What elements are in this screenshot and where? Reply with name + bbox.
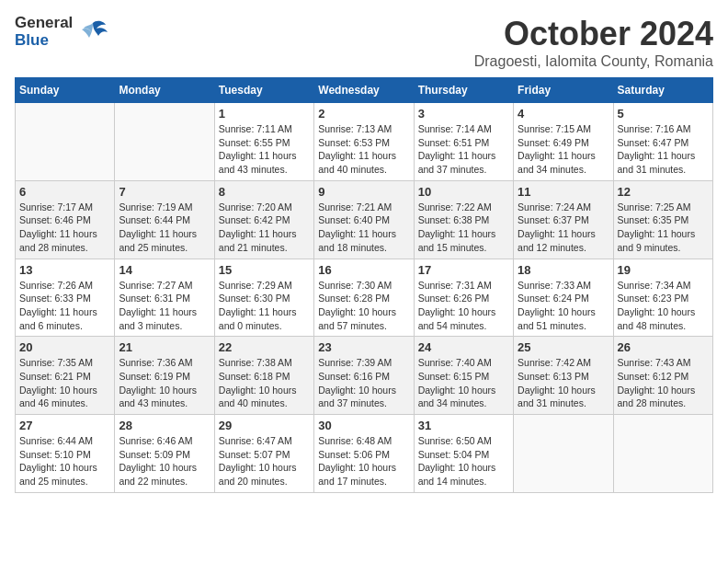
day-info: Sunrise: 7:36 AM Sunset: 6:19 PM Dayligh… — [119, 356, 210, 410]
weekday-header: Wednesday — [314, 78, 414, 103]
calendar-row: 20Sunrise: 7:35 AM Sunset: 6:21 PM Dayli… — [16, 337, 713, 415]
calendar-cell: 17Sunrise: 7:31 AM Sunset: 6:26 PM Dayli… — [414, 259, 513, 337]
day-number: 27 — [19, 419, 110, 432]
day-number: 30 — [318, 419, 409, 432]
day-info: Sunrise: 7:31 AM Sunset: 6:26 PM Dayligh… — [418, 279, 509, 333]
day-number: 2 — [318, 107, 409, 121]
calendar-cell: 6Sunrise: 7:17 AM Sunset: 6:46 PM Daylig… — [16, 180, 115, 259]
calendar-cell: 3Sunrise: 7:14 AM Sunset: 6:51 PM Daylig… — [414, 103, 513, 181]
calendar-cell: 31Sunrise: 6:50 AM Sunset: 5:04 PM Dayli… — [414, 415, 513, 493]
day-number: 19 — [618, 263, 709, 277]
logo-general: General — [15, 15, 73, 32]
calendar-cell: 16Sunrise: 7:30 AM Sunset: 6:28 PM Dayli… — [314, 259, 414, 337]
day-number: 17 — [418, 263, 509, 277]
calendar-cell: 15Sunrise: 7:29 AM Sunset: 6:30 PM Dayli… — [214, 259, 313, 337]
day-info: Sunrise: 7:43 AM Sunset: 6:12 PM Dayligh… — [618, 356, 709, 410]
calendar-cell: 8Sunrise: 7:20 AM Sunset: 6:42 PM Daylig… — [214, 180, 313, 259]
calendar-cell: 24Sunrise: 7:40 AM Sunset: 6:15 PM Dayli… — [414, 337, 513, 415]
day-info: Sunrise: 7:30 AM Sunset: 6:28 PM Dayligh… — [318, 279, 409, 333]
day-info: Sunrise: 7:27 AM Sunset: 6:31 PM Dayligh… — [119, 279, 210, 333]
calendar-cell: 5Sunrise: 7:16 AM Sunset: 6:47 PM Daylig… — [613, 103, 712, 181]
calendar-cell: 30Sunrise: 6:48 AM Sunset: 5:06 PM Dayli… — [314, 415, 414, 493]
calendar-cell: 23Sunrise: 7:39 AM Sunset: 6:16 PM Dayli… — [314, 337, 414, 415]
day-number: 5 — [618, 107, 709, 121]
day-number: 4 — [518, 107, 609, 121]
month-title: October 2024 — [474, 15, 713, 53]
day-info: Sunrise: 7:35 AM Sunset: 6:21 PM Dayligh… — [19, 356, 110, 410]
day-number: 8 — [219, 185, 310, 199]
calendar-cell — [16, 103, 115, 181]
day-number: 31 — [418, 419, 509, 432]
calendar-cell: 9Sunrise: 7:21 AM Sunset: 6:40 PM Daylig… — [314, 180, 414, 259]
calendar-cell — [514, 415, 613, 493]
day-number: 15 — [219, 263, 310, 277]
day-info: Sunrise: 7:34 AM Sunset: 6:23 PM Dayligh… — [618, 279, 709, 333]
day-info: Sunrise: 7:11 AM Sunset: 6:55 PM Dayligh… — [219, 122, 310, 177]
calendar-row: 1Sunrise: 7:11 AM Sunset: 6:55 PM Daylig… — [16, 103, 713, 181]
calendar-cell: 7Sunrise: 7:19 AM Sunset: 6:44 PM Daylig… — [115, 180, 214, 259]
day-number: 11 — [518, 185, 609, 199]
day-info: Sunrise: 7:39 AM Sunset: 6:16 PM Dayligh… — [318, 356, 409, 410]
weekday-header: Sunday — [16, 78, 115, 103]
day-info: Sunrise: 6:50 AM Sunset: 5:04 PM Dayligh… — [418, 434, 509, 488]
day-info: Sunrise: 6:46 AM Sunset: 5:09 PM Dayligh… — [119, 434, 210, 488]
day-number: 3 — [418, 107, 509, 121]
calendar-cell: 14Sunrise: 7:27 AM Sunset: 6:31 PM Dayli… — [115, 259, 214, 337]
calendar-cell: 2Sunrise: 7:13 AM Sunset: 6:53 PM Daylig… — [314, 103, 414, 181]
calendar-cell: 10Sunrise: 7:22 AM Sunset: 6:38 PM Dayli… — [414, 180, 513, 259]
day-number: 1 — [219, 107, 310, 121]
calendar-cell — [115, 103, 214, 181]
day-info: Sunrise: 7:21 AM Sunset: 6:40 PM Dayligh… — [318, 201, 409, 255]
day-number: 6 — [19, 185, 110, 199]
calendar-cell: 19Sunrise: 7:34 AM Sunset: 6:23 PM Dayli… — [613, 259, 712, 337]
day-info: Sunrise: 7:14 AM Sunset: 6:51 PM Dayligh… — [418, 122, 509, 177]
day-number: 24 — [418, 340, 509, 354]
day-number: 9 — [318, 185, 409, 199]
day-info: Sunrise: 7:24 AM Sunset: 6:37 PM Dayligh… — [518, 201, 609, 255]
calendar-cell: 18Sunrise: 7:33 AM Sunset: 6:24 PM Dayli… — [514, 259, 613, 337]
day-info: Sunrise: 6:44 AM Sunset: 5:10 PM Dayligh… — [19, 434, 110, 488]
day-number: 7 — [119, 185, 210, 199]
day-info: Sunrise: 7:40 AM Sunset: 6:15 PM Dayligh… — [418, 356, 509, 410]
calendar-cell: 20Sunrise: 7:35 AM Sunset: 6:21 PM Dayli… — [16, 337, 115, 415]
day-number: 18 — [518, 263, 609, 277]
day-number: 20 — [19, 340, 110, 354]
weekday-header: Monday — [115, 78, 214, 103]
day-number: 23 — [318, 340, 409, 354]
day-number: 12 — [618, 185, 709, 199]
day-number: 13 — [19, 263, 110, 277]
day-info: Sunrise: 7:38 AM Sunset: 6:18 PM Dayligh… — [219, 356, 310, 410]
calendar-header-row: SundayMondayTuesdayWednesdayThursdayFrid… — [16, 78, 713, 103]
day-info: Sunrise: 6:47 AM Sunset: 5:07 PM Dayligh… — [219, 434, 310, 488]
day-info: Sunrise: 7:26 AM Sunset: 6:33 PM Dayligh… — [19, 279, 110, 333]
day-info: Sunrise: 7:22 AM Sunset: 6:38 PM Dayligh… — [418, 201, 509, 255]
day-number: 28 — [119, 419, 210, 432]
calendar-row: 6Sunrise: 7:17 AM Sunset: 6:46 PM Daylig… — [16, 180, 713, 259]
day-info: Sunrise: 7:16 AM Sunset: 6:47 PM Dayligh… — [618, 122, 709, 177]
calendar-row: 27Sunrise: 6:44 AM Sunset: 5:10 PM Dayli… — [16, 415, 713, 493]
day-info: Sunrise: 7:29 AM Sunset: 6:30 PM Dayligh… — [219, 279, 310, 333]
weekday-header: Saturday — [613, 78, 712, 103]
calendar-cell: 13Sunrise: 7:26 AM Sunset: 6:33 PM Dayli… — [16, 259, 115, 337]
calendar-cell: 27Sunrise: 6:44 AM Sunset: 5:10 PM Dayli… — [16, 415, 115, 493]
day-info: Sunrise: 7:20 AM Sunset: 6:42 PM Dayligh… — [219, 201, 310, 255]
day-info: Sunrise: 7:33 AM Sunset: 6:24 PM Dayligh… — [518, 279, 609, 333]
day-number: 10 — [418, 185, 509, 199]
calendar-cell: 29Sunrise: 6:47 AM Sunset: 5:07 PM Dayli… — [214, 415, 313, 493]
logo-bird-icon — [76, 16, 109, 49]
weekday-header: Tuesday — [214, 78, 313, 103]
logo: General Blue — [15, 15, 109, 49]
calendar-table: SundayMondayTuesdayWednesdayThursdayFrid… — [15, 77, 713, 493]
location-title: Dragoesti, Ialomita County, Romania — [474, 53, 713, 70]
day-info: Sunrise: 7:19 AM Sunset: 6:44 PM Dayligh… — [119, 201, 210, 255]
day-number: 22 — [219, 340, 310, 354]
day-number: 29 — [219, 419, 310, 432]
calendar-cell: 11Sunrise: 7:24 AM Sunset: 6:37 PM Dayli… — [514, 180, 613, 259]
calendar-cell: 28Sunrise: 6:46 AM Sunset: 5:09 PM Dayli… — [115, 415, 214, 493]
day-number: 14 — [119, 263, 210, 277]
day-info: Sunrise: 7:15 AM Sunset: 6:49 PM Dayligh… — [518, 122, 609, 177]
weekday-header: Thursday — [414, 78, 513, 103]
calendar-cell: 25Sunrise: 7:42 AM Sunset: 6:13 PM Dayli… — [514, 337, 613, 415]
weekday-header: Friday — [514, 78, 613, 103]
calendar-cell: 12Sunrise: 7:25 AM Sunset: 6:35 PM Dayli… — [613, 180, 712, 259]
